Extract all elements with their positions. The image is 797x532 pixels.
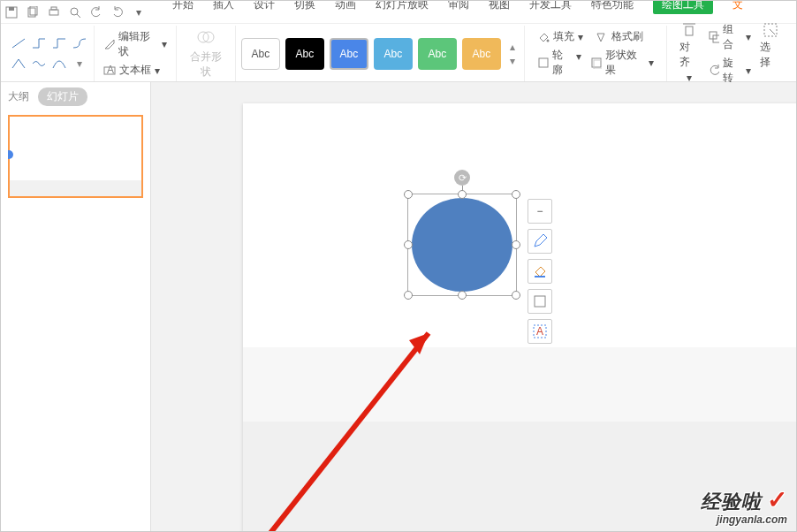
tab-dev[interactable]: 开发工具 bbox=[529, 0, 572, 14]
connector-6-icon[interactable] bbox=[30, 55, 48, 72]
tab-review[interactable]: 审阅 bbox=[448, 0, 469, 14]
shape-effects-label: 形状效果 bbox=[605, 48, 645, 78]
resize-handle-bl[interactable] bbox=[404, 291, 413, 300]
align-label: 对齐 bbox=[679, 40, 700, 70]
tab-feature[interactable]: 特色功能 bbox=[591, 0, 634, 14]
style-swatch-5[interactable]: Abc bbox=[418, 38, 457, 70]
fill-label: 填充 bbox=[553, 29, 574, 44]
style-swatch-2[interactable]: Abc bbox=[285, 38, 324, 70]
undo-icon[interactable] bbox=[89, 5, 103, 19]
slide-thumbnail-1[interactable] bbox=[8, 115, 143, 198]
svg-rect-18 bbox=[686, 27, 693, 35]
connector-1-icon[interactable] bbox=[10, 34, 27, 52]
tab-design[interactable]: 设计 bbox=[254, 0, 275, 14]
collapse-icon[interactable]: − bbox=[528, 199, 552, 224]
redo-icon[interactable] bbox=[110, 5, 125, 19]
floating-toolbar: − A bbox=[528, 199, 552, 344]
shape-selection[interactable]: ⟳ bbox=[407, 194, 517, 296]
connector-2-icon[interactable] bbox=[30, 34, 48, 52]
svg-text:A: A bbox=[536, 325, 543, 338]
merge-group: 合并形状 bbox=[177, 26, 236, 81]
svg-point-13 bbox=[546, 39, 549, 42]
text-box-label: 文本框 bbox=[119, 63, 151, 78]
select-label: 选择 bbox=[760, 40, 780, 70]
merge-shapes-button: 合并形状 bbox=[182, 27, 230, 81]
svg-rect-5 bbox=[51, 7, 57, 10]
save-icon[interactable] bbox=[4, 5, 19, 19]
style-swatch-3[interactable]: Abc bbox=[330, 38, 368, 70]
group-label: 组合 bbox=[723, 22, 742, 52]
checkmark-icon: ✓ bbox=[767, 486, 787, 513]
outline-label: 轮廓 bbox=[552, 48, 573, 78]
align-button[interactable]: 对齐▾ bbox=[679, 22, 700, 86]
watermark: 经验啦✓ jingyanla.com bbox=[701, 487, 787, 526]
style-swatch-1[interactable]: Abc bbox=[241, 38, 280, 70]
svg-rect-14 bbox=[539, 58, 548, 67]
resize-handle-r[interactable] bbox=[512, 240, 520, 249]
rotate-handle-icon[interactable]: ⟳ bbox=[454, 170, 470, 186]
slides-tab[interactable]: 幻灯片 bbox=[38, 87, 87, 106]
style-swatch-6[interactable]: Abc bbox=[462, 38, 501, 70]
outline-rect-icon[interactable] bbox=[528, 289, 552, 314]
group-button[interactable]: 组合 ▾ bbox=[709, 22, 752, 52]
slide-navigator: 大纲 幻灯片 bbox=[1, 82, 151, 531]
connector-5-icon[interactable] bbox=[10, 55, 27, 72]
merge-shapes-label: 合并形状 bbox=[186, 49, 226, 80]
rotate-button[interactable]: 旋转 ▾ bbox=[709, 56, 752, 86]
canvas-area: ⟳ − A 经验啦✓ jingyanla.com bbox=[151, 82, 796, 531]
ribbon: ▾ 编辑形状 ▾ A 文本框 ▾ 合并形状 Abc Abc Abc Abc Ab… bbox=[1, 26, 796, 82]
svg-point-6 bbox=[71, 8, 78, 15]
rotate-label: 旋转 bbox=[723, 56, 742, 86]
style-swatch-4[interactable]: Abc bbox=[374, 38, 413, 70]
slide-canvas[interactable]: ⟳ − A bbox=[243, 103, 797, 532]
tab-insert[interactable]: 插入 bbox=[213, 0, 234, 14]
tab-slideshow[interactable]: 幻灯片放映 bbox=[376, 0, 429, 14]
more-shapes-icon[interactable]: ▾ bbox=[71, 55, 88, 72]
svg-rect-23 bbox=[535, 296, 545, 307]
shape-gallery[interactable]: ▾ bbox=[10, 34, 88, 72]
resize-handle-tl[interactable] bbox=[404, 190, 413, 199]
tab-transition[interactable]: 切换 bbox=[294, 0, 315, 14]
fill-button[interactable]: 填充 ▾ 格式刷 bbox=[537, 29, 654, 44]
svg-line-7 bbox=[77, 14, 80, 18]
edit-shape-group: 编辑形状 ▾ A 文本框 ▾ bbox=[95, 26, 177, 81]
watermark-brand: 经验啦 bbox=[701, 490, 762, 513]
resize-handle-t[interactable] bbox=[458, 190, 467, 199]
tab-start[interactable]: 开始 bbox=[172, 0, 194, 14]
edit-pencil-icon[interactable] bbox=[528, 229, 552, 254]
copy-icon[interactable] bbox=[26, 5, 40, 19]
watermark-url: jingyanla.com bbox=[701, 514, 787, 526]
svg-rect-4 bbox=[49, 10, 58, 15]
circle-shape[interactable] bbox=[412, 198, 512, 292]
svg-rect-22 bbox=[535, 276, 545, 277]
quick-access-toolbar: ▾ 开始 插入 设计 切换 动画 幻灯片放映 审阅 视图 开发工具 特色功能 绘… bbox=[1, 1, 796, 24]
tab-view[interactable]: 视图 bbox=[489, 0, 510, 14]
text-effect-icon[interactable]: A bbox=[528, 319, 552, 344]
resize-handle-tr[interactable] bbox=[512, 190, 520, 199]
resize-handle-br[interactable] bbox=[512, 291, 520, 300]
outline-tab[interactable]: 大纲 bbox=[8, 89, 29, 104]
edit-shape-label: 编辑形状 bbox=[118, 29, 158, 59]
outline-button[interactable]: 轮廓 ▾ 形状效果 ▾ bbox=[537, 48, 654, 78]
fill-bucket-icon[interactable] bbox=[528, 259, 552, 284]
connector-4-icon[interactable] bbox=[71, 34, 88, 52]
dropdown-icon[interactable]: ▾ bbox=[132, 5, 146, 19]
resize-handle-l[interactable] bbox=[404, 240, 413, 249]
edit-shape-button[interactable]: 编辑形状 ▾ bbox=[100, 27, 171, 61]
svg-rect-1 bbox=[9, 7, 14, 11]
connector-3-icon[interactable] bbox=[50, 34, 68, 52]
tab-text[interactable]: 文 bbox=[732, 0, 743, 14]
print-icon[interactable] bbox=[47, 5, 61, 19]
tab-animate[interactable]: 动画 bbox=[335, 0, 356, 14]
format-painter-label: 格式刷 bbox=[611, 29, 643, 44]
style-gallery-group: Abc Abc Abc Abc Abc Abc ▴▾ bbox=[236, 26, 525, 81]
text-box-button[interactable]: A 文本框 ▾ bbox=[100, 61, 171, 80]
tab-drawing-tools[interactable]: 绘图工具 bbox=[653, 0, 713, 14]
select-button[interactable]: 选择 bbox=[760, 22, 780, 86]
gallery-scroll[interactable]: ▴▾ bbox=[506, 41, 519, 67]
svg-text:A: A bbox=[107, 65, 114, 76]
resize-handle-b[interactable] bbox=[458, 291, 467, 300]
connector-7-icon[interactable] bbox=[50, 55, 68, 72]
fill-outline-group: 填充 ▾ 格式刷 轮廓 ▾ 形状效果 ▾ bbox=[525, 26, 667, 81]
preview-icon[interactable] bbox=[68, 5, 82, 19]
